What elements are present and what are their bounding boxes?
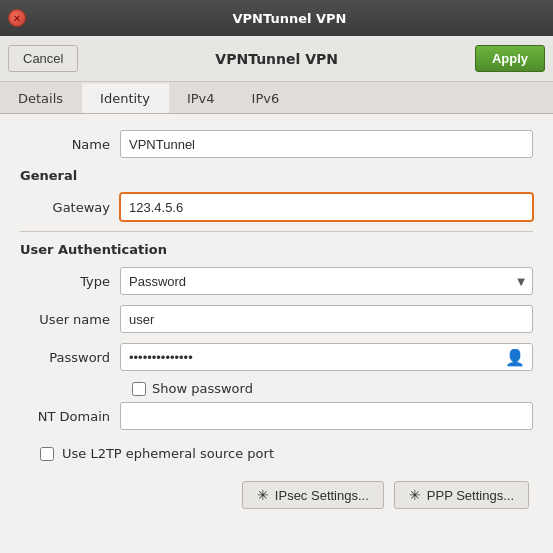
close-button[interactable]: ✕: [8, 9, 26, 27]
general-section-title: General: [20, 168, 533, 183]
type-row: Type Password Certificates None ▼: [20, 267, 533, 295]
name-label: Name: [20, 137, 120, 152]
name-input[interactable]: [120, 130, 533, 158]
ipsec-settings-button[interactable]: ✳ IPsec Settings...: [242, 481, 384, 509]
window-title: VPNTunnel VPN: [34, 11, 545, 26]
l2tp-row: Use L2TP ephemeral source port: [40, 446, 533, 461]
username-row: User name: [20, 305, 533, 333]
gateway-row: Gateway: [20, 193, 533, 221]
toolbar: Cancel VPNTunnel VPN Apply: [0, 36, 553, 82]
ppp-settings-icon: ✳: [409, 487, 421, 503]
username-input[interactable]: [120, 305, 533, 333]
tab-details[interactable]: Details: [0, 82, 82, 113]
username-label: User name: [20, 312, 120, 327]
tab-ipv6[interactable]: IPv6: [234, 82, 299, 113]
ppp-settings-label: PPP Settings...: [427, 488, 514, 503]
tab-identity[interactable]: Identity: [82, 82, 169, 113]
content-area: Name General Gateway User Authentication…: [0, 114, 553, 525]
toolbar-title: VPNTunnel VPN: [78, 51, 474, 67]
ntdomain-label: NT Domain: [20, 409, 120, 424]
ntdomain-input[interactable]: [120, 402, 533, 430]
ntdomain-row: NT Domain: [20, 402, 533, 430]
user-auth-title: User Authentication: [20, 242, 533, 257]
tab-ipv4[interactable]: IPv4: [169, 82, 234, 113]
bottom-buttons: ✳ IPsec Settings... ✳ PPP Settings...: [20, 481, 533, 509]
tabs-bar: Details Identity IPv4 IPv6: [0, 82, 553, 114]
ipsec-settings-icon: ✳: [257, 487, 269, 503]
password-input-wrapper: 👤: [120, 343, 533, 371]
show-password-checkbox[interactable]: [132, 382, 146, 396]
password-input[interactable]: [120, 343, 533, 371]
type-select[interactable]: Password Certificates None: [120, 267, 533, 295]
ipsec-settings-label: IPsec Settings...: [275, 488, 369, 503]
l2tp-label[interactable]: Use L2TP ephemeral source port: [62, 446, 274, 461]
show-password-label[interactable]: Show password: [152, 381, 253, 396]
password-row: Password 👤: [20, 343, 533, 371]
apply-button[interactable]: Apply: [475, 45, 545, 72]
type-label: Type: [20, 274, 120, 289]
show-password-row: Show password: [132, 381, 533, 396]
close-icon: ✕: [13, 13, 21, 24]
show-password-icon[interactable]: 👤: [505, 348, 525, 367]
title-bar: ✕ VPNTunnel VPN: [0, 0, 553, 36]
gateway-label: Gateway: [20, 200, 120, 215]
cancel-button[interactable]: Cancel: [8, 45, 78, 72]
ppp-settings-button[interactable]: ✳ PPP Settings...: [394, 481, 529, 509]
divider: [20, 231, 533, 232]
password-label: Password: [20, 350, 120, 365]
name-row: Name: [20, 130, 533, 158]
gateway-input[interactable]: [120, 193, 533, 221]
l2tp-checkbox[interactable]: [40, 447, 54, 461]
type-select-wrapper: Password Certificates None ▼: [120, 267, 533, 295]
